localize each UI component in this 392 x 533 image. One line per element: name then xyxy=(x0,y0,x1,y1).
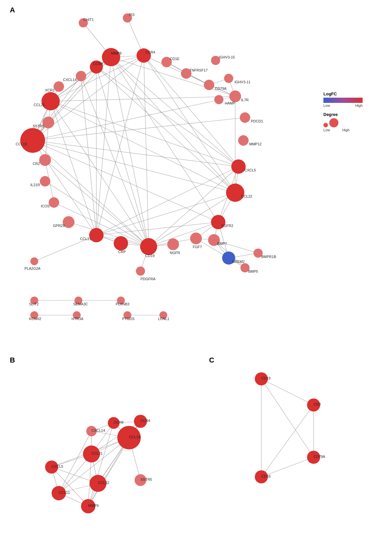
degree-small-circle xyxy=(323,123,328,127)
edge-ccl21-cxcl5 xyxy=(51,101,238,167)
node-lcnl1 xyxy=(159,311,167,319)
edge-cd19-cr2 xyxy=(261,379,314,405)
node-cr2 xyxy=(307,398,320,412)
edge-mmp9-ccl11 xyxy=(96,57,111,235)
node-cxcl5 xyxy=(231,159,246,174)
label-pdcd1: PDCD1 xyxy=(251,119,263,123)
degree-high-label: High xyxy=(342,128,350,132)
node-bmpr1b xyxy=(253,249,263,258)
node-crp xyxy=(114,236,128,250)
degree-large-circle xyxy=(329,118,338,127)
node-fgf7 xyxy=(190,233,202,244)
edge-ccl11-fgfr2 xyxy=(96,222,218,235)
node-ccr4 xyxy=(134,415,147,428)
node-ccr4 xyxy=(137,48,151,63)
node-mmp12 xyxy=(238,135,249,146)
edge-mmp9-fgfr2 xyxy=(111,57,218,222)
node-mmp9 xyxy=(81,499,95,513)
node-cd1e xyxy=(255,470,268,483)
label-ighv3-11: IGHV3-11 xyxy=(235,80,251,84)
edge-bmp7-bmpr1b xyxy=(214,240,258,253)
label-cd79a: CD79A xyxy=(215,87,226,90)
node-ccl22 xyxy=(90,475,106,492)
edge-ccl21-il7r xyxy=(51,96,235,101)
label-sstr5: SSTR5 xyxy=(33,124,44,128)
label-cr2: CR2 xyxy=(33,162,40,166)
node-ccl19 xyxy=(20,128,45,153)
edge-ccl21-ccl11 xyxy=(51,101,96,235)
node-sstr5 xyxy=(42,117,54,128)
node-chit1 xyxy=(79,18,88,27)
node-ccr8 xyxy=(108,417,120,429)
degree-visual xyxy=(323,118,382,127)
label-ighv3-15: IGHV3-15 xyxy=(219,55,235,59)
node-bmp5 xyxy=(240,263,250,272)
node-cr2 xyxy=(39,154,51,166)
node-cxcl14 xyxy=(76,71,86,81)
edge-ccr4-cd19 xyxy=(144,56,149,247)
logfc-title: LogFC xyxy=(323,91,382,96)
node-ccl21 xyxy=(83,445,100,462)
node-il7r xyxy=(229,90,241,102)
panel-c-label: C xyxy=(209,356,214,364)
edge-mmp9-ccl22 xyxy=(111,57,235,193)
node-tnfrsf17 xyxy=(181,68,191,79)
node-ccl11 xyxy=(52,486,66,500)
node-gpr29 xyxy=(63,216,74,228)
node-ccl21 xyxy=(41,92,60,110)
node-cd1e xyxy=(161,57,172,67)
label-il21r: IL21R xyxy=(30,183,40,187)
node-slit2 xyxy=(30,297,38,304)
node-plxnb3 xyxy=(117,297,125,304)
edge-cr2-cd1e xyxy=(261,405,314,477)
label-cxcl14: CXCL14 xyxy=(63,78,77,82)
node-cxcl5 xyxy=(45,460,58,474)
label-pdgfra: PDGFRA xyxy=(140,277,155,281)
label-ngfr: NGFR xyxy=(170,251,180,255)
edge-mmp9-cxcl5 xyxy=(111,57,238,167)
edge-cd19-cd79a xyxy=(261,379,314,457)
panel-a-label: A xyxy=(10,6,15,14)
node-ighv3-15 xyxy=(211,56,220,65)
node-pdcd1 xyxy=(240,112,250,123)
edge-ccl19-ccl22 xyxy=(33,140,235,193)
node-icos xyxy=(49,197,59,208)
panel-b-label: B xyxy=(10,356,15,364)
node-ccl11 xyxy=(89,228,104,242)
label-tnfrsf17: TNFRSF17 xyxy=(189,68,208,72)
node-ighv3-11 xyxy=(224,74,233,83)
node-sstr5 xyxy=(135,474,146,486)
node-xcr1 xyxy=(54,81,64,92)
node-ccl22 xyxy=(226,184,244,202)
node-bmp7 xyxy=(208,234,220,246)
edge-ccl19-pdcd1 xyxy=(33,118,245,140)
node-pi3 xyxy=(123,13,132,23)
legend: LogFC Low High Degree Low High xyxy=(323,91,382,132)
node-ptgds xyxy=(123,311,131,319)
edge-ccr8-cxcl5 xyxy=(96,67,238,167)
edge-cxcl14-cd19 xyxy=(81,76,149,247)
node-cd79a xyxy=(204,80,214,90)
edge-ccl19-cxcl5 xyxy=(33,140,238,167)
degree-range-labels: Low High xyxy=(323,128,350,132)
label-il7r: IL7R xyxy=(241,98,249,102)
edge-ccl11-pla2g2a xyxy=(34,235,96,261)
node-il21r xyxy=(40,176,50,186)
node-ngfr xyxy=(167,238,179,250)
node-pdgfra xyxy=(136,266,145,276)
label-bmpr1b: BMPR1B xyxy=(261,255,276,259)
edge-ccr4-ccl11 xyxy=(96,56,144,235)
edge-ccl19-il7r xyxy=(33,96,235,140)
edge-cd19-gpr29 xyxy=(69,222,149,247)
edge-cd79a-cd1e xyxy=(261,457,314,477)
edge-ccl19-fgfr2 xyxy=(33,140,218,222)
node-mmp9 xyxy=(102,48,120,66)
degree-low-label: Low xyxy=(323,128,330,132)
node-pla2g2a xyxy=(30,257,38,265)
node-htr3a xyxy=(73,311,81,319)
node-cxcl14 xyxy=(86,426,97,436)
node-hamp xyxy=(214,95,223,104)
label-pla2g2a: PLA2G2A xyxy=(24,266,41,270)
label-fgf7: FGF7 xyxy=(193,245,202,249)
edge-ccr8-ccl22 xyxy=(96,67,235,193)
